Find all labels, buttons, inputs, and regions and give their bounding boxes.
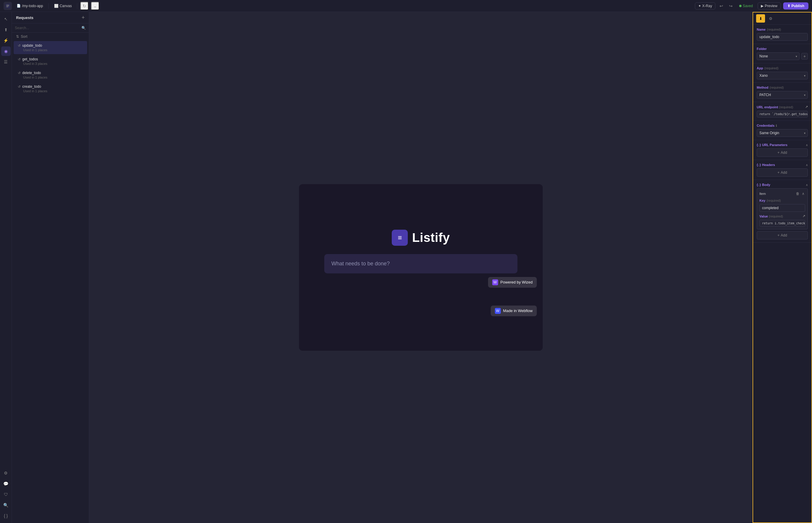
wized-icon: W: [492, 279, 498, 285]
app-section: App (required) Xano: [753, 64, 811, 83]
app-logo: ≡: [392, 230, 408, 246]
method-select[interactable]: PATCH: [757, 91, 808, 99]
search-input[interactable]: [15, 26, 80, 30]
publish-button[interactable]: ⬆ Publish: [783, 2, 808, 10]
body-item: Item 🗑 ∧ Key (required): [757, 188, 808, 229]
sidebar-item-create-todo[interactable]: ↺ create_todo Used in 1 places: [14, 82, 87, 95]
gear-icon-btn[interactable]: ⚙: [1, 468, 11, 478]
saved-label: Saved: [743, 4, 753, 8]
body-plus-icon: +: [777, 233, 780, 237]
xray-button[interactable]: ✦ X-Ray: [695, 2, 715, 10]
panel-tab-download[interactable]: ⬇: [756, 14, 765, 23]
method-label: Method (required): [757, 86, 808, 89]
search-icon-btn[interactable]: 🔍: [1, 500, 11, 510]
panel-tab-settings[interactable]: ⚙: [766, 14, 775, 23]
upload-icon-btn[interactable]: ⬆: [1, 25, 11, 35]
folder-row: None +: [757, 52, 808, 60]
body-item-header: Item 🗑 ∧: [759, 191, 805, 196]
name-input[interactable]: [757, 33, 808, 41]
list-icon-btn[interactable]: ☰: [1, 57, 11, 67]
headers-header: {↓} Headers ∧: [757, 163, 808, 167]
canvas-button[interactable]: ⬜ Canvas: [52, 3, 74, 9]
headers-icon: {↓}: [757, 163, 761, 167]
code-icon-btn[interactable]: { }: [1, 511, 11, 521]
search-icon: 🔍: [81, 26, 86, 30]
sidebar-add-button[interactable]: +: [81, 15, 85, 20]
sidebar-item-name-get-todos: ↺ get_todos: [18, 57, 83, 61]
publish-icon: ⬆: [787, 4, 790, 8]
app-select[interactable]: Xano: [757, 72, 808, 79]
publish-label: Publish: [792, 4, 804, 8]
search-bar: 🔍: [12, 23, 89, 33]
url-params-title: {↓} URL Parameters: [757, 143, 787, 147]
body-toggle[interactable]: ∧: [806, 183, 808, 186]
value-external-link-icon[interactable]: ↗: [802, 214, 805, 218]
sep1: [49, 3, 49, 9]
requests-icon-btn[interactable]: ◉: [1, 47, 11, 56]
webflow-icon: W: [495, 308, 501, 314]
value-endpoint-value[interactable]: return i.todo_item_checkbc: [759, 220, 805, 227]
credentials-select-wrapper: Same Origin: [757, 129, 808, 137]
right-panel: ⬇ ⚙ Name (required) Folder None +: [753, 12, 812, 523]
item-icon-get-todos: ↺: [18, 57, 20, 61]
body-item-collapse-button[interactable]: ∧: [801, 191, 805, 196]
body-add-button[interactable]: + Add: [757, 231, 808, 239]
key-input[interactable]: [759, 204, 805, 212]
body-section: {↓} Body ∧ Item 🗑 ∧ Key: [753, 180, 811, 243]
file-icon: 📄: [17, 4, 21, 8]
item-usage-get-todos: Used in 3 places: [18, 62, 83, 66]
url-params-add-button[interactable]: + Add: [757, 148, 808, 157]
powered-label: Powered by Wized: [501, 280, 533, 284]
folder-add-button[interactable]: +: [801, 53, 808, 59]
sidebar-item-get-todos[interactable]: ↺ get_todos Used in 3 places: [14, 55, 87, 68]
name-label: Name (required): [757, 28, 808, 31]
preview-icon: ▶: [761, 4, 763, 8]
headers-title: {↓} Headers: [757, 163, 775, 167]
url-external-link-icon[interactable]: ↗: [805, 105, 808, 109]
redo-button[interactable]: ↪: [727, 2, 734, 10]
sidebar-item-delete-todo[interactable]: ↺ delete_todo Used in 1 places: [14, 68, 87, 82]
canvas-area: ≡ Listify What needs to be done? W Power…: [89, 12, 753, 523]
sort-row[interactable]: ⇅ Sort: [12, 33, 89, 40]
logo: [4, 2, 12, 10]
undo-button[interactable]: ↩: [718, 2, 725, 10]
sidebar-title: Requests: [16, 16, 34, 20]
headers-add-button[interactable]: + Add: [757, 168, 808, 177]
cursor-icon-btn[interactable]: ↖: [1, 14, 11, 24]
value-required: (required): [769, 215, 783, 218]
file-button[interactable]: 📄 /my-todo-app: [14, 3, 45, 9]
app-header: ≡ Listify: [392, 230, 450, 246]
body-title: {↓} Body: [757, 183, 770, 186]
app-input-placeholder: What needs to be done?: [324, 254, 517, 273]
chat-icon-btn[interactable]: 💬: [1, 479, 11, 488]
method-select-wrapper: PATCH: [757, 91, 808, 99]
made-badge: W Made in Webflow: [491, 306, 537, 316]
folder-select[interactable]: None: [757, 52, 799, 60]
app-label: App (required): [757, 66, 808, 70]
icon-bar-bottom: ⚙ 💬 🛡 🔍 { }: [1, 468, 11, 521]
url-params-section: {↓} URL Parameters ∧ + Add: [753, 140, 811, 160]
sidebar-item-name-delete-todo: ↺ delete_todo: [18, 71, 83, 75]
sep2: [77, 3, 77, 9]
item-usage-update-todo: Used in 1 places: [18, 48, 83, 52]
saved-badge: Saved: [737, 3, 755, 9]
url-endpoint-value[interactable]: return `/todo/${r.get_todos.da: [757, 111, 808, 118]
url-params-toggle[interactable]: ∧: [806, 143, 808, 147]
refresh-button[interactable]: ↻: [80, 2, 89, 10]
bolt-icon-btn[interactable]: ⚡: [1, 36, 11, 45]
credentials-section: Credentials ℹ Same Origin: [753, 121, 811, 140]
body-item-delete-button[interactable]: 🗑: [795, 191, 800, 196]
sidebar-item-update-todo[interactable]: ↺ update_todo Used in 1 places: [14, 41, 87, 54]
credentials-select[interactable]: Same Origin: [757, 129, 808, 137]
made-label: Made in Webflow: [503, 308, 533, 313]
credentials-info-icon[interactable]: ℹ: [776, 124, 777, 127]
credentials-label: Credentials ℹ: [757, 124, 808, 127]
item-usage-delete-todo: Used in 1 places: [18, 76, 83, 79]
canvas-label: Canvas: [60, 4, 72, 8]
preview-button[interactable]: ▶ Preview: [758, 2, 781, 10]
url-label: URL endpoint (required) ↗: [757, 105, 808, 109]
chevron-down-button[interactable]: ⌄: [91, 2, 99, 10]
headers-toggle[interactable]: ∧: [806, 163, 808, 167]
app-preview: ≡ Listify What needs to be done? W Power…: [299, 184, 543, 351]
shield-icon-btn[interactable]: 🛡: [1, 490, 11, 499]
